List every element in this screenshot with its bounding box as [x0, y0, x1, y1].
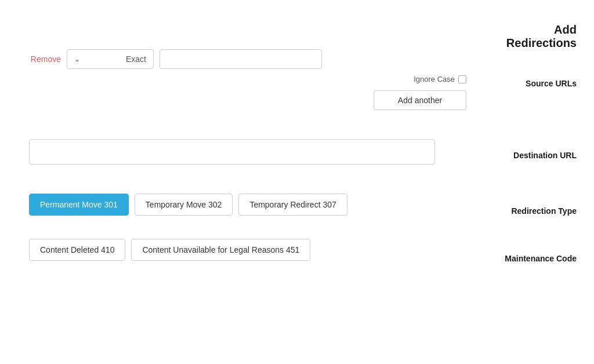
label-spacer-2 — [484, 160, 577, 206]
label-spacer-1 — [484, 88, 577, 151]
title-spacer — [29, 23, 466, 49]
maintenance-spacer — [29, 227, 466, 239]
add-another-row: Add another — [29, 90, 466, 110]
source-row: Remove ⌄ Exact — [29, 49, 466, 69]
destination-spacer — [29, 128, 466, 139]
type-btn-410[interactable]: Content Deleted 410 — [29, 239, 125, 261]
type-btn-307[interactable]: Temporary Redirect 307 — [238, 194, 347, 216]
form-column: Remove ⌄ Exact Ignore Case Add another — [0, 12, 478, 352]
type-btn-451[interactable]: Content Unavailable for Legal Reasons 45… — [131, 239, 310, 261]
maintenance-code-label: Maintenance Code — [484, 254, 577, 263]
remove-label[interactable]: Remove — [29, 54, 61, 64]
chevron-down-icon: ⌄ — [74, 55, 80, 63]
ignore-case-checkbox[interactable] — [458, 75, 466, 83]
destination-url-label-group: Destination URL — [484, 151, 577, 160]
redirection-type-section: Permanent Move 301 Temporary Move 302 Te… — [29, 182, 466, 216]
match-type-label: Exact — [126, 54, 146, 64]
label-spacer-3 — [484, 216, 577, 254]
redirection-type-label: Redirection Type — [484, 206, 577, 216]
redirection-type-label-group: Redirection Type — [484, 206, 577, 216]
source-url-input[interactable] — [160, 49, 322, 69]
maintenance-code-buttons: Content Deleted 410 Content Unavailable … — [29, 239, 435, 261]
ignore-case-row: Ignore Case — [29, 75, 466, 83]
maintenance-code-section: Content Deleted 410 Content Unavailable … — [29, 227, 466, 261]
labels-column: Add Redirections Source URLs Destination… — [478, 12, 594, 352]
add-another-button[interactable]: Add another — [374, 90, 466, 110]
page-container: Remove ⌄ Exact Ignore Case Add another — [0, 0, 594, 364]
redirection-spacer — [29, 182, 466, 194]
destination-url-label: Destination URL — [484, 151, 577, 160]
page-title: Add Redirections — [484, 23, 577, 50]
source-urls-label: Source URLs — [484, 79, 577, 88]
destination-section — [29, 128, 466, 165]
ignore-case-label: Ignore Case — [414, 75, 455, 83]
source-urls-label-group: Source URLs — [484, 73, 577, 88]
match-type-select[interactable]: ⌄ Exact — [67, 49, 154, 69]
destination-url-input[interactable] — [29, 139, 435, 165]
type-btn-302[interactable]: Temporary Move 302 — [135, 194, 233, 216]
type-btn-301[interactable]: Permanent Move 301 — [29, 194, 129, 216]
redirection-type-buttons: Permanent Move 301 Temporary Move 302 Te… — [29, 194, 435, 216]
maintenance-code-label-group: Maintenance Code — [484, 254, 577, 263]
source-urls-section: Remove ⌄ Exact Ignore Case Add another — [29, 49, 466, 110]
